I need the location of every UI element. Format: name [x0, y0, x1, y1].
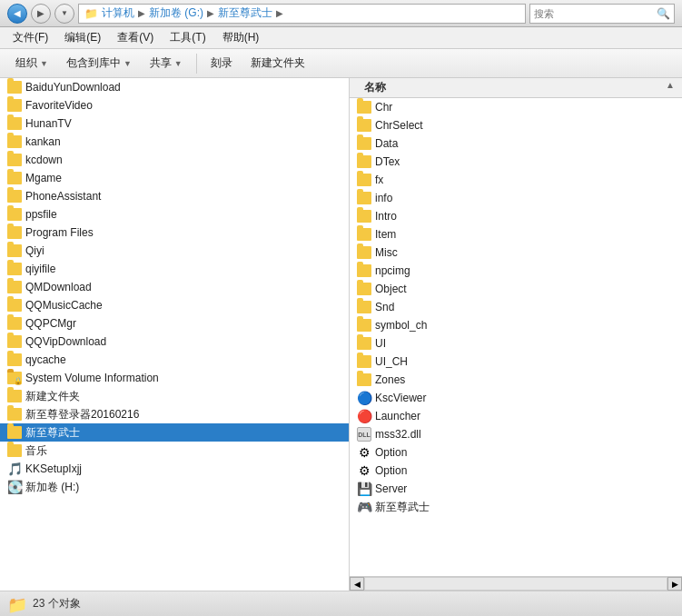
- toolbar-library[interactable]: 包含到库中 ▼: [58, 52, 140, 75]
- back-button[interactable]: ◀: [7, 4, 27, 24]
- right-list-item[interactable]: 🔴Launcher: [350, 407, 682, 425]
- right-list-item[interactable]: Item: [350, 225, 682, 243]
- left-list-item[interactable]: Program Files: [0, 224, 349, 242]
- forward-button[interactable]: ▶: [31, 4, 51, 24]
- right-list-item[interactable]: Data: [350, 134, 682, 153]
- file-name: UI_CH: [375, 355, 408, 368]
- left-list-item[interactable]: 新至尊武士: [0, 423, 349, 442]
- file-name: Zones: [375, 373, 405, 386]
- left-list-item[interactable]: QQMusicCache: [0, 296, 349, 314]
- folder-icon: [7, 426, 22, 439]
- left-list-item[interactable]: FavoriteVideo: [0, 96, 349, 114]
- folder-icon: [7, 244, 22, 257]
- left-list-item[interactable]: qiyifile: [0, 260, 349, 278]
- main-content: BaiduYunDownloadFavoriteVideoHunanTVkank…: [0, 78, 682, 591]
- right-list-item[interactable]: Zones: [350, 371, 682, 389]
- menu-file[interactable]: 文件(F): [5, 28, 55, 47]
- column-header-name: 名称: [364, 80, 386, 95]
- toolbar-burn[interactable]: 刻录: [203, 52, 241, 75]
- toolbar-share[interactable]: 共享 ▼: [142, 52, 191, 75]
- address-part-folder[interactable]: 新至尊武士: [218, 5, 272, 21]
- left-list-item[interactable]: 新建文件夹: [0, 387, 349, 405]
- left-list-item[interactable]: ppsfile: [0, 205, 349, 224]
- file-name: qiyifile: [25, 263, 55, 275]
- scroll-left-btn[interactable]: ◀: [350, 577, 364, 591]
- horizontal-scrollbar[interactable]: ◀ ▶: [350, 576, 682, 591]
- left-list-item[interactable]: 新至尊登录器20160216: [0, 405, 349, 423]
- right-list-item[interactable]: ⚙Option: [350, 443, 682, 462]
- left-list-item[interactable]: Mgame: [0, 169, 349, 187]
- folder-icon: [7, 408, 22, 421]
- left-list-item[interactable]: 💽新加卷 (H:): [0, 478, 349, 496]
- dropdown-button[interactable]: ▼: [54, 4, 74, 24]
- folder-icon: [7, 117, 22, 130]
- right-list-item[interactable]: Snd: [350, 298, 682, 316]
- folder-icon: [7, 299, 22, 312]
- right-list-item[interactable]: ⚙Option: [350, 462, 682, 480]
- toolbar-organize[interactable]: 组织 ▼: [7, 52, 56, 75]
- address-part-computer[interactable]: 计算机: [102, 5, 134, 21]
- right-list-item[interactable]: 🔵KscViewer: [350, 389, 682, 407]
- left-list-item[interactable]: QMDownload: [0, 278, 349, 296]
- right-list-item[interactable]: npcimg: [350, 262, 682, 280]
- left-list-item[interactable]: HunanTV: [0, 114, 349, 133]
- folder-icon: [357, 228, 371, 241]
- left-list-item[interactable]: kankan: [0, 133, 349, 151]
- right-list-item[interactable]: DTex: [350, 153, 682, 171]
- left-list-item[interactable]: Qiyi: [0, 242, 349, 260]
- left-list-item[interactable]: System Volume Information: [0, 369, 349, 387]
- right-list-item[interactable]: Chr: [350, 98, 682, 116]
- toolbar-new-folder[interactable]: 新建文件夹: [242, 52, 313, 75]
- right-list-item[interactable]: DLLmss32.dll: [350, 425, 682, 443]
- left-list-item[interactable]: BaiduYunDownload: [0, 78, 349, 96]
- right-list-item[interactable]: Object: [350, 280, 682, 298]
- right-list-item[interactable]: UI_CH: [350, 353, 682, 371]
- file-name: PhoneAssistant: [25, 190, 101, 203]
- folder-icon: [7, 263, 22, 275]
- scroll-right-btn[interactable]: ▶: [667, 577, 682, 591]
- right-list-item[interactable]: Intro: [350, 207, 682, 225]
- file-name: info: [375, 192, 392, 204]
- right-list-item[interactable]: UI: [350, 334, 682, 353]
- left-list-item[interactable]: 🎵KKSetupIxjj: [0, 460, 349, 478]
- status-bar: 📁 23 个对象: [0, 591, 682, 616]
- file-name: 新加卷 (H:): [25, 480, 79, 495]
- right-list-item[interactable]: symbol_ch: [350, 316, 682, 334]
- file-name: KKSetupIxjj: [25, 462, 82, 475]
- file-name: QMDownload: [25, 281, 92, 293]
- right-list-item[interactable]: ChrSelect: [350, 116, 682, 134]
- folder-icon: [357, 210, 371, 223]
- address-bar[interactable]: 📁 计算机 ▶ 新加卷 (G:) ▶ 新至尊武士 ▶: [78, 4, 526, 24]
- right-list-item[interactable]: info: [350, 189, 682, 207]
- right-list-item[interactable]: 🎮新至尊武士: [350, 498, 682, 516]
- drive-icon: 💽: [7, 480, 22, 494]
- search-input[interactable]: [534, 8, 657, 19]
- file-name: UI: [375, 337, 386, 350]
- left-list-item[interactable]: QQPCMgr: [0, 314, 349, 333]
- folder-icon: [357, 192, 371, 204]
- scroll-up-arrow[interactable]: ▲: [666, 80, 675, 90]
- file-name: QQVipDownload: [25, 335, 106, 348]
- exe-icon: 🔵: [357, 391, 371, 405]
- left-list-item[interactable]: kcdown: [0, 151, 349, 169]
- menu-help[interactable]: 帮助(H): [215, 28, 267, 47]
- search-box[interactable]: 🔍: [529, 4, 675, 24]
- right-list-item[interactable]: Misc: [350, 243, 682, 262]
- folder-icon: [7, 135, 22, 148]
- left-list-item[interactable]: qycache: [0, 351, 349, 369]
- left-list-item[interactable]: QQVipDownload: [0, 333, 349, 351]
- left-list-item[interactable]: 音乐: [0, 442, 349, 460]
- right-list-item[interactable]: 💾Server: [350, 480, 682, 498]
- file-name: Launcher: [375, 410, 420, 422]
- right-list-item[interactable]: fx: [350, 171, 682, 189]
- toolbar: 组织 ▼ 包含到库中 ▼ 共享 ▼ 刻录 新建文件夹: [0, 49, 682, 78]
- address-part-drive[interactable]: 新加卷 (G:): [149, 5, 203, 21]
- menu-edit[interactable]: 编辑(E): [57, 28, 108, 47]
- address-arrow-2: ▶: [207, 8, 214, 18]
- share-label: 共享: [150, 55, 172, 71]
- folder-icon: [357, 155, 371, 168]
- left-list-item[interactable]: PhoneAssistant: [0, 187, 349, 205]
- menu-view[interactable]: 查看(V): [110, 28, 161, 47]
- scroll-h-track[interactable]: [364, 577, 667, 591]
- menu-tools[interactable]: 工具(T): [163, 28, 213, 47]
